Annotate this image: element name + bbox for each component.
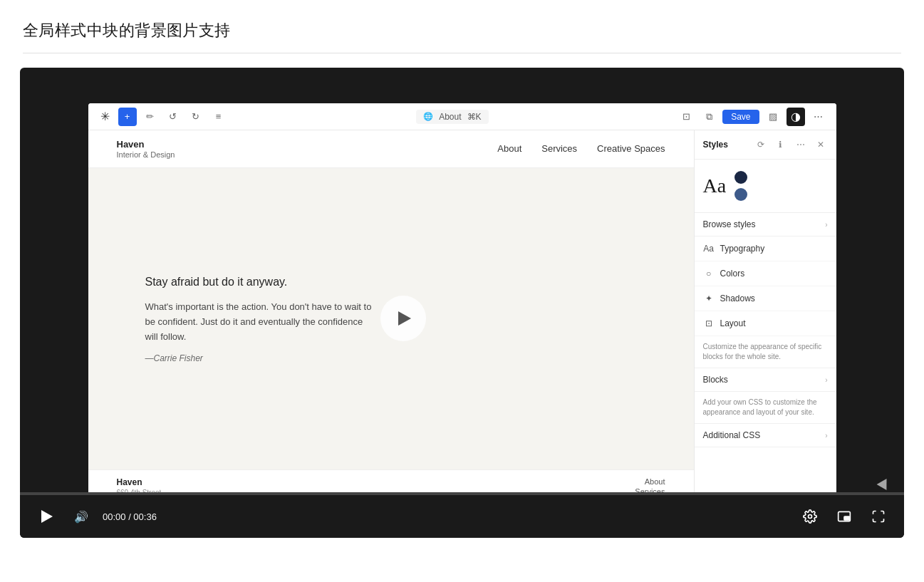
url-bar[interactable]: 🌐 About ⌘K [416, 110, 488, 124]
window-button[interactable]: ⊡ [677, 108, 695, 126]
panel-more-icon[interactable]: ⋯ [794, 137, 808, 152]
settings-button[interactable] [799, 505, 821, 528]
dark-mode-button[interactable]: ◑ [787, 108, 805, 126]
fullscreen-button[interactable] [867, 505, 890, 528]
panel-close-icon[interactable]: ✕ [814, 137, 828, 152]
color-dot-1 [734, 171, 747, 184]
toggle-button[interactable]: ▨ [764, 108, 782, 126]
browse-styles-item[interactable]: Browse styles › [695, 213, 836, 237]
layout-item[interactable]: ⊡ Layout [695, 311, 836, 336]
site-brand: Haven Interior & Design [117, 139, 175, 159]
play-button[interactable] [34, 504, 60, 529]
blocks-label: Blocks [703, 375, 826, 385]
wordpress-icon: ✳ [97, 108, 114, 125]
brand-name: Haven [117, 139, 175, 150]
editor-toolbar: ✳ + ✏ ↺ ↻ ≡ 🌐 About ⌘K ⊡ ⧉ Save ▨ ◑ ⋯ [88, 103, 836, 130]
additional-css-label: Additional CSS [703, 430, 826, 440]
css-description: Add your own CSS to customize the appear… [695, 392, 836, 424]
page-header: 全局样式中块的背景图片支持 [0, 0, 924, 53]
volume-button[interactable]: 🔊 [71, 506, 91, 526]
pip-button[interactable] [833, 505, 856, 528]
blocks-item[interactable]: Blocks › [695, 368, 836, 392]
colors-label: Colors [720, 269, 828, 279]
canvas-area: Haven Interior & Design About Services C… [88, 130, 694, 524]
editor-body: Haven Interior & Design About Services C… [88, 130, 836, 524]
external-button[interactable]: ⧉ [700, 108, 718, 126]
menu-button[interactable]: ≡ [209, 108, 228, 126]
footer-link-about[interactable]: About [645, 477, 665, 486]
url-text: About [439, 112, 461, 122]
colors-icon: ○ [703, 268, 715, 279]
quote-block: Stay afraid but do it anyway. What's imp… [145, 274, 373, 363]
shadows-icon: ✦ [703, 293, 715, 304]
quote-title: Stay afraid but do it anyway. [145, 274, 373, 290]
cursor-arrow [877, 476, 892, 490]
typography-item[interactable]: Aa Typography [695, 237, 836, 261]
editor-frame: ✳ + ✏ ↺ ↻ ≡ 🌐 About ⌘K ⊡ ⧉ Save ▨ ◑ ⋯ [88, 103, 836, 524]
video-controls: 🔊 00:00 / 00:36 [20, 495, 904, 538]
redo-button[interactable]: ↻ [187, 108, 205, 126]
toolbar-right: ⊡ ⧉ Save ▨ ◑ ⋯ [677, 108, 827, 126]
shadows-item[interactable]: ✦ Shadows [695, 286, 836, 311]
canvas-content: Stay afraid but do it anyway. What's imp… [88, 168, 694, 469]
more-button[interactable]: ⋯ [809, 108, 828, 126]
blocks-arrow: › [825, 376, 827, 384]
quote-author: —Carrie Fisher [145, 353, 373, 363]
header-divider [23, 53, 901, 53]
edit-button[interactable]: ✏ [141, 108, 160, 126]
globe-icon: 🌐 [423, 112, 433, 121]
svg-point-0 [809, 515, 812, 519]
site-nav: Haven Interior & Design About Services C… [88, 130, 694, 168]
canvas-play-overlay[interactable] [380, 296, 426, 341]
color-dot-2 [734, 188, 747, 201]
nav-link-services[interactable]: Services [541, 143, 577, 154]
site-nav-links: About Services Creative Spaces [497, 143, 665, 154]
nav-link-about[interactable]: About [497, 143, 521, 154]
colors-item[interactable]: ○ Colors [695, 261, 836, 286]
typography-label: Typography [720, 244, 828, 254]
additional-css-arrow: › [825, 432, 827, 440]
video-time: 00:00 / 00:36 [103, 511, 157, 522]
blocks-description: Customize the appearance of specific blo… [695, 336, 836, 368]
undo-button[interactable]: ↺ [164, 108, 182, 126]
panel-header: Styles ⟳ ℹ ⋯ ✕ [695, 130, 836, 160]
panel-info-icon[interactable]: ℹ [774, 137, 788, 152]
styles-preview: Aa [695, 160, 836, 213]
panel-title: Styles [703, 140, 748, 150]
browse-styles-arrow: › [825, 221, 827, 229]
brand-sub: Interior & Design [117, 150, 175, 159]
typography-icon: Aa [703, 243, 715, 254]
page-title: 全局样式中块的背景图片支持 [23, 20, 901, 41]
shortcut-hint: ⌘K [467, 112, 482, 122]
additional-css-item[interactable]: Additional CSS › [695, 424, 836, 447]
styles-panel: Styles ⟳ ℹ ⋯ ✕ Aa Browse styles › [694, 130, 836, 524]
typography-preview: Aa [703, 175, 727, 197]
panel-history-icon[interactable]: ⟳ [754, 137, 768, 152]
quote-body: What's important is the action. You don'… [145, 300, 373, 344]
browse-styles-label: Browse styles [703, 219, 826, 229]
layout-label: Layout [720, 318, 828, 328]
footer-brand-name: Haven [117, 477, 215, 487]
layout-icon: ⊡ [703, 318, 715, 329]
color-dots [734, 171, 747, 201]
shadows-label: Shadows [720, 293, 828, 303]
svg-rect-2 [844, 516, 850, 520]
save-button[interactable]: Save [722, 110, 759, 124]
nav-link-creative-spaces[interactable]: Creative Spaces [597, 143, 665, 154]
video-container: ✳ + ✏ ↺ ↻ ≡ 🌐 About ⌘K ⊡ ⧉ Save ▨ ◑ ⋯ [20, 68, 904, 538]
add-block-button[interactable]: + [118, 108, 137, 126]
